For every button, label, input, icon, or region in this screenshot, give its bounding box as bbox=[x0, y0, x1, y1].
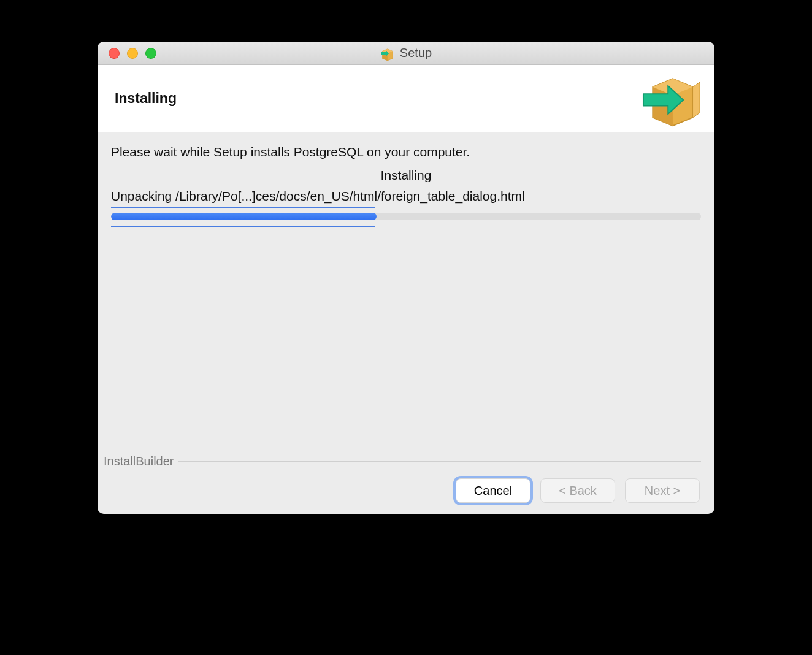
instruction-text: Please wait while Setup installs Postgre… bbox=[111, 145, 701, 159]
divider-line bbox=[178, 461, 701, 462]
window-title: Setup bbox=[400, 46, 432, 60]
current-file-text: Unpacking /Library/Po[...]ces/docs/en_US… bbox=[111, 189, 701, 204]
divider-line bbox=[111, 226, 375, 227]
traffic-lights bbox=[98, 48, 156, 59]
header: Installing bbox=[98, 65, 714, 132]
maximize-icon[interactable] bbox=[145, 48, 156, 59]
svg-marker-7 bbox=[693, 82, 700, 118]
progress-bar bbox=[111, 213, 701, 220]
minimize-icon[interactable] bbox=[127, 48, 138, 59]
box-arrow-logo-icon bbox=[642, 69, 701, 128]
installer-window: Setup Installing Please wait while Setup… bbox=[98, 42, 714, 514]
box-arrow-icon bbox=[380, 46, 395, 61]
footer: InstallBuilder Cancel < Back Next > bbox=[98, 454, 714, 514]
progress-fill bbox=[111, 213, 377, 220]
brand-divider: InstallBuilder bbox=[98, 454, 701, 469]
cancel-button[interactable]: Cancel bbox=[456, 478, 530, 503]
titlebar: Setup bbox=[98, 42, 714, 65]
close-icon[interactable] bbox=[109, 48, 120, 59]
stage-label: Installing bbox=[111, 168, 701, 183]
back-button: < Back bbox=[540, 478, 615, 503]
page-title: Installing bbox=[115, 90, 177, 107]
button-row: Cancel < Back Next > bbox=[98, 478, 701, 503]
divider-line bbox=[111, 207, 375, 208]
brand-label: InstallBuilder bbox=[98, 454, 178, 469]
content-area: Please wait while Setup installs Postgre… bbox=[98, 132, 714, 454]
next-button: Next > bbox=[625, 478, 700, 503]
titlebar-title-group: Setup bbox=[380, 46, 432, 61]
